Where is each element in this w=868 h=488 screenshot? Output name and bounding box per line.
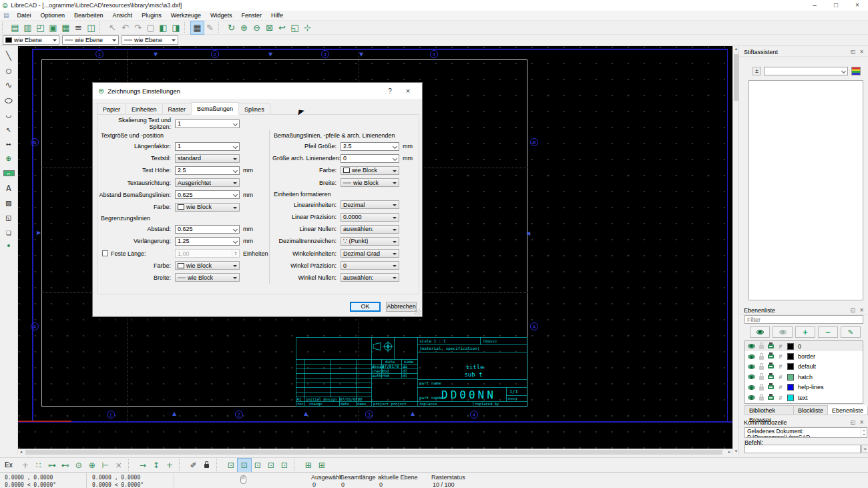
circle-tool[interactable]: ○ <box>1 63 16 77</box>
farbe-select[interactable]: wie Block <box>341 166 399 175</box>
menu-plugins[interactable]: Plugins <box>137 11 166 21</box>
auto-zoom-icon[interactable]: ⊠ <box>263 21 276 34</box>
farbe-select[interactable]: wie Block <box>175 203 240 212</box>
restrict-horizontal-icon[interactable]: → <box>136 459 150 472</box>
lock-relative-zero-icon[interactable] <box>200 459 214 472</box>
menu-werkzeuge[interactable]: Werkzeuge <box>166 11 206 21</box>
block-add-icon[interactable]: ◨ <box>170 21 182 34</box>
pen-width-combo[interactable]: wie Ebene <box>62 35 119 45</box>
breite-select[interactable]: wie Block <box>175 273 240 282</box>
winkel-pr-zision-select[interactable]: 0 <box>341 261 399 270</box>
dock-view-4-icon[interactable]: ⊡ <box>264 459 278 472</box>
layer-row-0[interactable]: #0 <box>745 341 863 351</box>
dimension-tool[interactable]: ↔ <box>1 166 16 180</box>
layer-visible-icon[interactable] <box>748 395 755 400</box>
window-close-button[interactable]: × <box>847 0 868 11</box>
snap-distance-icon[interactable]: ⊢ <box>99 459 112 472</box>
hatch-tool[interactable]: ▨ <box>1 195 16 210</box>
verl-ngerung-combo[interactable]: 1.25 <box>175 237 240 246</box>
layer-lock-icon[interactable] <box>759 366 764 370</box>
remove-layer-button[interactable]: − <box>818 326 838 338</box>
window-minimize-button[interactable]: – <box>804 0 825 11</box>
image-tool[interactable]: ◱ <box>1 210 16 224</box>
dezimaltrennzeichen-select[interactable]: '.' (Punkt) <box>341 237 399 246</box>
panel-close-icon[interactable]: × <box>859 307 864 313</box>
arc-tool[interactable]: ◡ <box>1 107 16 121</box>
previous-view-icon[interactable]: ↩ <box>276 21 288 34</box>
command-options-button[interactable]: ≡ <box>861 445 868 453</box>
layer-print-icon[interactable] <box>768 364 774 369</box>
feste-l-nge-spinner[interactable]: 1,00 <box>175 249 240 258</box>
horizontal-scrollbar[interactable]: ◄► <box>18 449 732 455</box>
layer-filter-input[interactable] <box>744 315 863 324</box>
snap-endpoint-icon[interactable]: ⊶ <box>45 459 59 472</box>
snap-center-icon[interactable]: ⊙ <box>72 459 85 472</box>
block-toggle-icon[interactable]: ◧ <box>157 21 170 34</box>
layer-visible-icon[interactable] <box>748 385 755 390</box>
menu-ansicht[interactable]: Ansicht <box>108 11 138 21</box>
panel-float-icon[interactable]: ◱ <box>851 49 856 55</box>
pen-linetype-combo[interactable]: wie Ebene <box>122 35 178 45</box>
layer-lock-icon[interactable] <box>759 387 764 391</box>
abstand-combo[interactable]: 0.625 <box>175 225 240 234</box>
layer-row-default[interactable]: #default <box>745 362 863 372</box>
new-document-icon[interactable]: ▤ <box>9 21 21 34</box>
menu-optionen[interactable]: Optionen <box>36 11 70 21</box>
horizontal-scrollbar-thumb[interactable] <box>25 450 722 455</box>
text-h-he-combo[interactable]: 2.5 <box>175 166 240 175</box>
print-preview-icon[interactable]: ◫ <box>85 21 97 34</box>
snap-exclusive-label[interactable]: Ex <box>5 461 13 469</box>
layer-construction-icon[interactable]: # <box>778 363 783 370</box>
dock-tab-bibliothek-browser[interactable]: Bibliothek Browser <box>744 405 794 415</box>
tab-papier[interactable]: Papier <box>97 103 126 115</box>
restrict-nothing-icon[interactable]: + <box>163 459 176 472</box>
layer-row-help-lines[interactable]: #help-lines <box>745 383 863 393</box>
abstand-bema-ungslinien-combo[interactable]: 0.625 <box>175 190 240 199</box>
snap-grid-icon[interactable]: ∷ <box>32 459 45 472</box>
menu-datei[interactable]: Datei <box>13 11 36 21</box>
layer-print-icon[interactable] <box>768 396 774 400</box>
layer-visible-icon[interactable] <box>748 364 755 369</box>
dialog-close-button[interactable]: × <box>399 87 417 95</box>
winkeleinheiten-select[interactable]: Dezimal Grad <box>341 249 399 258</box>
draft-mode-icon[interactable]: ✎ <box>204 21 216 34</box>
restrict-vertical-icon[interactable]: ↕ <box>150 459 163 472</box>
snap-middle-icon[interactable]: ⊕ <box>85 459 99 472</box>
save-icon[interactable]: ▣ <box>47 21 59 34</box>
layer-print-icon[interactable] <box>768 375 774 379</box>
gr-e-arch-linienenden-combo[interactable]: 0 <box>341 154 399 163</box>
line-tool[interactable]: ╲ <box>1 48 16 63</box>
grid-icon[interactable]: ▦ <box>191 21 204 34</box>
menu-hilfe[interactable]: Hilfe <box>266 11 288 21</box>
document-icon[interactable]: ▤ <box>0 12 13 19</box>
linear-nullen-select[interactable]: auswählen: <box>341 225 399 234</box>
window-zoom-icon[interactable]: ◱ <box>288 21 301 34</box>
layer-lock-icon[interactable] <box>759 397 764 401</box>
pen-preset-list[interactable] <box>748 80 863 300</box>
layer-row-border[interactable]: #border <box>745 351 863 361</box>
open-file-icon[interactable]: ◰ <box>34 21 47 34</box>
selection-icon[interactable]: ▢ <box>144 21 157 34</box>
layer-print-icon[interactable] <box>768 385 774 389</box>
snap-free-icon[interactable]: + <box>19 459 32 472</box>
layer-lock-icon[interactable] <box>759 376 764 380</box>
new-from-template-icon[interactable]: ▥ <box>21 21 34 34</box>
redo-icon[interactable]: ↷ <box>132 21 144 34</box>
spinner-buttons-icon[interactable] <box>232 250 239 257</box>
layer-construction-icon[interactable]: # <box>778 353 783 360</box>
save-as-icon[interactable]: ▦ <box>59 21 72 34</box>
feste-l-nge-checkbox[interactable] <box>102 250 108 256</box>
tab-einheiten[interactable]: Einheiten <box>126 103 163 115</box>
print-icon[interactable]: ≡ <box>72 21 85 34</box>
layer-lock-icon[interactable] <box>759 345 764 349</box>
add-entity-widget-icon[interactable]: ⊞ <box>302 459 315 472</box>
layer-row-text[interactable]: #text <box>745 393 863 403</box>
pointer-icon[interactable]: ↖ <box>106 21 119 34</box>
panel-close-icon[interactable]: × <box>859 419 864 425</box>
vertical-scrollbar-thumb[interactable] <box>734 54 738 101</box>
undo-icon[interactable]: ↶ <box>119 21 132 34</box>
breite-select[interactable]: wie Block <box>341 178 399 187</box>
dimension-leader-tool[interactable]: ↔ <box>1 136 16 151</box>
tab-raster[interactable]: Raster <box>162 103 192 115</box>
hide-all-layers-button[interactable] <box>773 326 793 338</box>
